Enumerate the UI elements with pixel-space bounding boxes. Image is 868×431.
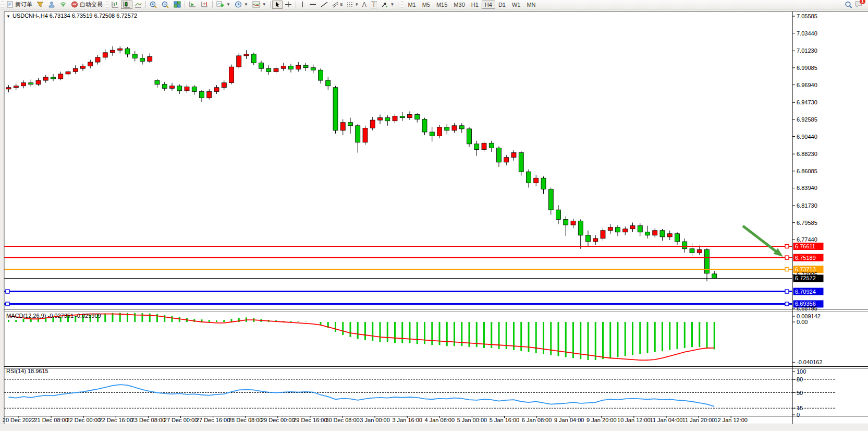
svg-text:4 Jan 08:00: 4 Jan 08:00 [425, 417, 455, 423]
chevron-down-icon: ▼ [244, 2, 248, 7]
svg-text:7.05585: 7.05585 [797, 13, 817, 19]
svg-text:20 Dec 2022: 20 Dec 2022 [3, 417, 35, 423]
svg-text:6.88230: 6.88230 [797, 151, 817, 157]
chevron-down-icon: ▼ [390, 2, 394, 7]
svg-text:6.96940: 6.96940 [797, 82, 817, 88]
new-order-button[interactable]: 新订单 [5, 1, 34, 9]
svg-text:7.01230: 7.01230 [797, 47, 817, 54]
svg-text:-0.040162: -0.040162 [797, 359, 823, 365]
periods-button[interactable]: ▼ [233, 1, 250, 9]
channel-icon [332, 1, 339, 8]
auto-scroll-button[interactable] [187, 1, 199, 9]
fibonacci-letter: F [356, 3, 358, 6]
timeframe-button-h4[interactable]: H4 [482, 1, 495, 9]
main-toolbar: 新订单 自动交易 [0, 0, 868, 9]
svg-text:27 Dec 16:00: 27 Dec 16:00 [196, 417, 230, 423]
macd-label: MACD(12,26,9) -0.027351 -0.025909 [6, 313, 101, 319]
zoom-out-icon [162, 1, 169, 8]
mt4-window: 新订单 自动交易 [0, 0, 868, 431]
chart-shift-icon [201, 1, 209, 8]
svg-text:29 Dec 16:00: 29 Dec 16:00 [293, 417, 327, 423]
svg-text:3 Jan 16:00: 3 Jan 16:00 [392, 417, 422, 423]
timeframe-button-h1[interactable]: H1 [468, 1, 482, 9]
cursor-button[interactable] [272, 1, 283, 9]
svg-text:9 Jan 04:00: 9 Jan 04:00 [554, 417, 584, 423]
bar-chart-button[interactable] [109, 1, 121, 9]
new-order-icon [7, 1, 14, 8]
timeframe-button-m5[interactable]: M5 [419, 1, 433, 9]
timeframe-button-d1[interactable]: D1 [495, 1, 509, 9]
svg-text:50: 50 [797, 390, 803, 396]
chart-canvas[interactable]: 6.766116.751896.737136.725726.709246.693… [0, 9, 868, 431]
channel-button[interactable]: E [330, 1, 345, 9]
timeframe-button-m15[interactable]: M15 [433, 1, 450, 9]
arrows-icon [381, 1, 388, 8]
templates-button[interactable]: ▼ [250, 1, 268, 9]
zoom-in-icon [150, 1, 157, 8]
cursor-icon [274, 1, 280, 8]
svg-text:6.94730: 6.94730 [797, 99, 817, 105]
svg-text:6.76611: 6.76611 [795, 243, 815, 249]
indicators-icon [216, 1, 224, 8]
svg-text:6.83940: 6.83940 [797, 185, 817, 191]
trendline-button[interactable] [319, 1, 330, 9]
svg-text:11 Jan 20:00: 11 Jan 20:00 [682, 417, 715, 423]
chart-title-text: USDCNH-,H4 6.73134 6.73519 6.72508 6.725… [13, 13, 137, 19]
vertical-line-button[interactable] [298, 1, 307, 9]
horizontal-line-icon [309, 1, 316, 8]
timeframe-button-mn[interactable]: MN [523, 1, 539, 9]
chevron-down-icon: ▼ [262, 2, 266, 7]
autotrading-label: 自动交易 [80, 1, 103, 8]
search-button[interactable] [842, 1, 854, 9]
timeframe-button-m1[interactable]: M1 [405, 1, 419, 9]
periods-icon [235, 1, 242, 8]
crosshair-icon [285, 1, 292, 8]
svg-text:29 Dec 00:00: 29 Dec 00:00 [261, 417, 295, 423]
search-icon [845, 1, 852, 8]
zoom-in-button[interactable] [148, 1, 160, 9]
chart-shift-button[interactable] [199, 1, 211, 9]
market-icon [36, 1, 44, 8]
crosshair-button[interactable] [283, 1, 294, 9]
horizontal-line-button[interactable] [307, 1, 319, 9]
svg-text:11 Jan 04:00: 11 Jan 04:00 [650, 417, 683, 423]
svg-text:6.92585: 6.92585 [797, 116, 817, 123]
text-icon: A [362, 1, 366, 8]
svg-text:6.77440: 6.77440 [797, 236, 817, 243]
svg-text:6.68795: 6.68795 [797, 305, 817, 312]
svg-text:3 Jan 00:00: 3 Jan 00:00 [360, 417, 390, 423]
indicators-button[interactable]: ▼ [214, 1, 233, 9]
toolbar-grip[interactable] [106, 1, 108, 8]
svg-text:22 Dec 00:00: 22 Dec 00:00 [66, 417, 100, 423]
collapse-icon[interactable]: ▼ [6, 14, 10, 19]
tile-windows-button[interactable] [172, 1, 183, 9]
arrows-button[interactable]: ▼ [379, 1, 396, 9]
timeframe-button-w1[interactable]: W1 [509, 1, 524, 9]
svg-text:9 Jan 20:00: 9 Jan 20:00 [586, 417, 617, 423]
candlestick-chart-button[interactable] [121, 1, 132, 9]
svg-text:0.00: 0.00 [797, 319, 808, 325]
line-chart-button[interactable] [132, 1, 144, 9]
signals-button[interactable] [57, 1, 69, 9]
svg-text:15: 15 [797, 405, 803, 411]
fibonacci-icon [347, 1, 354, 8]
chart-title: ▼USDCNH-,H4 6.73134 6.73519 6.72508 6.72… [6, 13, 137, 19]
autotrading-button[interactable]: 自动交易 [69, 1, 105, 9]
channel-letter: E [340, 3, 343, 6]
text-label-button[interactable]: T [369, 1, 380, 9]
toolbar-grip[interactable] [401, 1, 404, 8]
svg-text:6.75189: 6.75189 [795, 255, 816, 261]
fibonacci-button[interactable]: F [345, 1, 360, 9]
community-button[interactable] [46, 1, 57, 9]
toolbar-grip[interactable] [1, 1, 4, 8]
svg-text:6.79585: 6.79585 [797, 220, 817, 226]
timeframe-button-m30[interactable]: M30 [450, 1, 468, 9]
svg-text:23 Dec 08:00: 23 Dec 08:00 [131, 417, 165, 423]
svg-text:12 Jan 12:00: 12 Jan 12:00 [714, 417, 748, 423]
svg-text:27 Dec 00:00: 27 Dec 00:00 [164, 417, 198, 423]
notifications-button[interactable]: 1 [854, 1, 863, 9]
zoom-out-button[interactable] [160, 1, 172, 9]
market-button[interactable] [34, 1, 46, 9]
chevron-down-icon: ▼ [226, 2, 230, 7]
text-button[interactable]: A [360, 1, 369, 9]
